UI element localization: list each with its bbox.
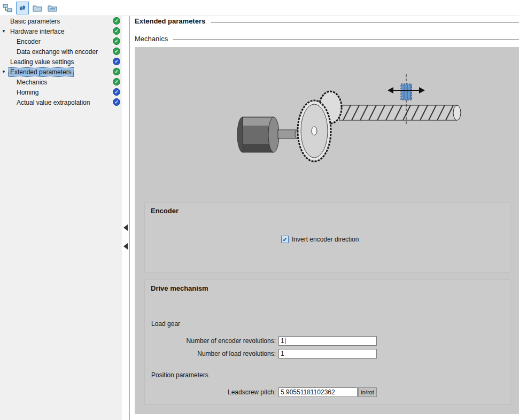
invert-encoder-label: Invert encoder direction: [292, 236, 359, 243]
field-value: 5.90551181102362: [281, 388, 335, 396]
diagram-icon-glyph: [3, 4, 12, 12]
position-parameters-label: Position parameters: [151, 371, 208, 379]
encoder-revolutions-label: Number of encoder revolutions:: [145, 337, 278, 345]
sidebar-item-extended-parameters[interactable]: ▼ Extended parameters ✓: [0, 67, 122, 77]
collapse-pane-arrow[interactable]: [123, 224, 128, 231]
field-value: 1: [281, 337, 284, 345]
diagram-icon[interactable]: [1, 2, 14, 14]
sidebar-item-basic-parameters[interactable]: Basic parameters ✓: [0, 16, 122, 26]
load-gear-label: Load gear: [151, 320, 180, 328]
field-value: 1: [281, 350, 284, 357]
sidebar-item-hardware-interface[interactable]: ▼ Hardware interface ✓: [0, 26, 122, 36]
check-icon: ✓: [282, 237, 287, 243]
config-navigation-tree: Basic parameters ✓ ▼ Hardware interface …: [0, 16, 122, 420]
sidebar-item-leading-value-settings[interactable]: Leading value settings ✓: [0, 57, 122, 67]
invert-encoder-row: ✓ Invert encoder direction: [281, 236, 359, 243]
drive-mechanism-section: Drive mechanism Load gear Number of enco…: [144, 279, 510, 405]
sidebar-item-actual-value-extrapolation[interactable]: Actual value extrapolation ✓: [0, 97, 122, 107]
subtitle-rule: [173, 40, 519, 40]
sidebar-item-mechanics[interactable]: Mechanics ✓: [0, 77, 122, 87]
swap-arrows-icon: ⇄: [20, 4, 26, 11]
sidebar-item-label: Data exchange with encoder: [15, 48, 99, 56]
sidebar-item-homing[interactable]: Homing ✓: [0, 87, 122, 97]
encoder-section-title: Encoder: [151, 207, 179, 215]
sidebar-item-label: Extended parameters: [9, 68, 73, 76]
folder-icon[interactable]: [31, 2, 44, 14]
sidebar-item-label: Mechanics: [15, 78, 49, 87]
invert-encoder-checkbox[interactable]: ✓: [281, 236, 289, 243]
leadscrew-pitch-input[interactable]: 5.90551181102362: [278, 387, 358, 397]
status-ok-icon: ✓: [113, 68, 120, 75]
sidebar-item-label: Hardware interface: [9, 27, 66, 36]
leadscrew-pitch-label: Leadscrew pitch:: [145, 388, 278, 396]
page-title: Extended parameters: [135, 17, 205, 25]
mechanics-config-panel: Encoder ✓ Invert encoder direction Drive…: [135, 47, 519, 414]
status-ok-icon: ✓: [113, 88, 120, 96]
load-revolutions-row: Number of load revolutions: 1: [145, 349, 377, 359]
drive-mechanism-section-title: Drive mechanism: [151, 284, 208, 292]
tia-axis-configuration-window: ⇄ Basic parameters ✓ ▼ Hardware interfac…: [0, 0, 519, 420]
sidebar-item-label: Actual value extrapolation: [15, 98, 91, 107]
page-title-row: Extended parameters: [135, 17, 519, 26]
status-ok-icon: ✓: [113, 58, 120, 65]
encoder-revolutions-row: Number of encoder revolutions: 1: [145, 336, 377, 346]
sidebar-item-label: Basic parameters: [9, 17, 61, 26]
load-revolutions-input[interactable]: 1: [278, 349, 377, 359]
expander-icon[interactable]: ▼: [2, 67, 9, 77]
status-ok-icon: ✓: [113, 37, 120, 45]
load-revolutions-label: Number of load revolutions:: [145, 350, 278, 357]
collapse-pane-arrow[interactable]: [123, 243, 128, 250]
encoder-section: Encoder ✓ Invert encoder direction: [144, 202, 510, 273]
status-ok-icon: ✓: [113, 98, 120, 106]
axis-mechanics-illustration: [236, 71, 469, 166]
expander-icon[interactable]: ▼: [2, 26, 9, 36]
status-ok-icon: ✓: [113, 78, 120, 85]
sidebar-item-label: Encoder: [15, 37, 42, 46]
status-ok-icon: ✓: [113, 17, 120, 25]
folder-list-icon-glyph: [48, 4, 57, 12]
swap-view-icon[interactable]: ⇄: [16, 2, 29, 14]
page-subtitle: Mechanics: [135, 35, 168, 43]
status-ok-icon: ✓: [113, 27, 120, 35]
folder-icon-glyph: [33, 4, 42, 12]
text-caret: [285, 338, 285, 344]
leadscrew-pitch-unit: in/rot: [358, 387, 377, 397]
config-toolbar: ⇄: [0, 0, 519, 16]
sidebar-item-data-exchange-with-encoder[interactable]: Data exchange with encoder ✓: [0, 46, 122, 57]
page-subtitle-row: Mechanics: [135, 34, 519, 43]
mechanics-diagram: [236, 71, 469, 165]
leadscrew-pitch-row: Leadscrew pitch: 5.90551181102362 in/rot: [145, 387, 377, 397]
folder-list-icon[interactable]: [46, 2, 59, 14]
sidebar-item-label: Homing: [15, 88, 40, 97]
sidebar-item-encoder[interactable]: Encoder ✓: [0, 36, 122, 46]
status-ok-icon: ✓: [113, 48, 120, 55]
pane-splitter[interactable]: [122, 16, 130, 420]
sidebar-item-label: Leading value settings: [9, 58, 75, 66]
encoder-revolutions-input[interactable]: 1: [278, 336, 377, 346]
title-rule: [211, 22, 519, 22]
